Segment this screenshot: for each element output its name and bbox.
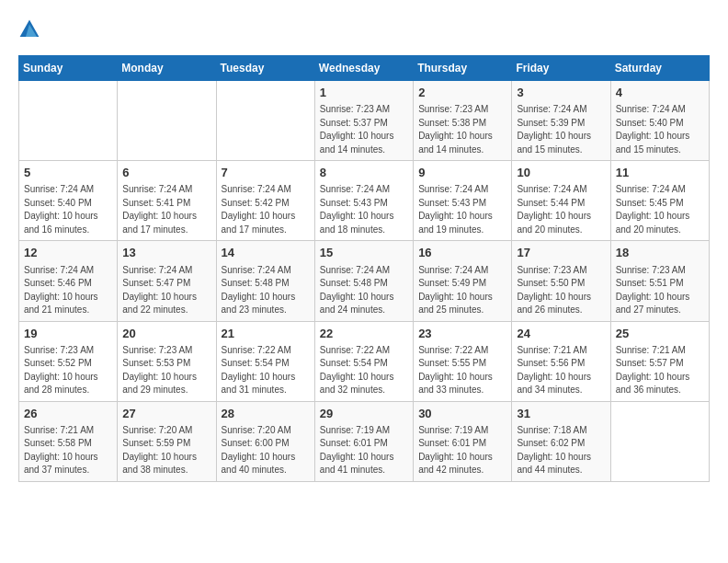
header-day-wednesday: Wednesday — [314, 56, 413, 81]
calendar-cell: 13Sunrise: 7:24 AM Sunset: 5:47 PM Dayli… — [118, 241, 216, 321]
calendar-cell: 29Sunrise: 7:19 AM Sunset: 6:01 PM Dayli… — [314, 401, 413, 481]
day-info: Sunrise: 7:23 AM Sunset: 5:38 PM Dayligh… — [418, 103, 506, 156]
day-number: 2 — [418, 85, 506, 101]
calendar-cell: 16Sunrise: 7:24 AM Sunset: 5:49 PM Dayli… — [414, 241, 512, 321]
calendar-cell: 31Sunrise: 7:18 AM Sunset: 6:02 PM Dayli… — [512, 401, 610, 481]
day-info: Sunrise: 7:21 AM Sunset: 5:56 PM Dayligh… — [517, 344, 605, 397]
day-info: Sunrise: 7:20 AM Sunset: 6:00 PM Dayligh… — [222, 424, 310, 477]
day-info: Sunrise: 7:24 AM Sunset: 5:44 PM Dayligh… — [517, 183, 605, 236]
day-number: 21 — [222, 326, 310, 342]
day-info: Sunrise: 7:22 AM Sunset: 5:55 PM Dayligh… — [418, 344, 506, 397]
header-day-tuesday: Tuesday — [216, 56, 314, 81]
calendar-cell: 12Sunrise: 7:24 AM Sunset: 5:46 PM Dayli… — [19, 241, 118, 321]
day-info: Sunrise: 7:24 AM Sunset: 5:45 PM Dayligh… — [616, 183, 704, 236]
day-info: Sunrise: 7:24 AM Sunset: 5:49 PM Dayligh… — [418, 264, 506, 317]
day-number: 6 — [122, 165, 210, 181]
calendar-cell: 8Sunrise: 7:24 AM Sunset: 5:43 PM Daylig… — [314, 161, 413, 241]
day-number: 29 — [320, 406, 408, 422]
day-info: Sunrise: 7:21 AM Sunset: 5:58 PM Dayligh… — [24, 424, 112, 477]
calendar-cell — [19, 81, 118, 161]
day-number: 16 — [418, 245, 506, 261]
week-row-1: 5Sunrise: 7:24 AM Sunset: 5:40 PM Daylig… — [19, 161, 710, 241]
days-header-row: SundayMondayTuesdayWednesdayThursdayFrid… — [19, 56, 710, 81]
day-number: 19 — [24, 326, 112, 342]
day-number: 25 — [616, 326, 704, 342]
week-row-3: 19Sunrise: 7:23 AM Sunset: 5:52 PM Dayli… — [19, 321, 710, 401]
day-number: 20 — [122, 326, 210, 342]
calendar-cell: 27Sunrise: 7:20 AM Sunset: 5:59 PM Dayli… — [118, 401, 216, 481]
calendar-cell: 1Sunrise: 7:23 AM Sunset: 5:37 PM Daylig… — [314, 81, 413, 161]
day-number: 22 — [320, 326, 408, 342]
calendar-cell: 18Sunrise: 7:23 AM Sunset: 5:51 PM Dayli… — [610, 241, 709, 321]
calendar-cell: 17Sunrise: 7:23 AM Sunset: 5:50 PM Dayli… — [512, 241, 610, 321]
day-info: Sunrise: 7:22 AM Sunset: 5:54 PM Dayligh… — [320, 344, 408, 397]
day-number: 30 — [418, 406, 506, 422]
day-info: Sunrise: 7:20 AM Sunset: 5:59 PM Dayligh… — [122, 424, 210, 477]
calendar-cell — [118, 81, 216, 161]
calendar-cell: 28Sunrise: 7:20 AM Sunset: 6:00 PM Dayli… — [216, 401, 314, 481]
calendar-cell — [216, 81, 314, 161]
day-info: Sunrise: 7:19 AM Sunset: 6:01 PM Dayligh… — [320, 424, 408, 477]
header-day-monday: Monday — [118, 56, 216, 81]
day-info: Sunrise: 7:24 AM Sunset: 5:46 PM Dayligh… — [24, 264, 112, 317]
calendar-cell: 10Sunrise: 7:24 AM Sunset: 5:44 PM Dayli… — [512, 161, 610, 241]
header-day-sunday: Sunday — [19, 56, 118, 81]
day-info: Sunrise: 7:23 AM Sunset: 5:52 PM Dayligh… — [24, 344, 112, 397]
week-row-4: 26Sunrise: 7:21 AM Sunset: 5:58 PM Dayli… — [19, 401, 710, 481]
day-info: Sunrise: 7:24 AM Sunset: 5:39 PM Dayligh… — [517, 103, 605, 156]
calendar-cell: 23Sunrise: 7:22 AM Sunset: 5:55 PM Dayli… — [414, 321, 512, 401]
day-number: 27 — [122, 406, 210, 422]
calendar-cell: 6Sunrise: 7:24 AM Sunset: 5:41 PM Daylig… — [118, 161, 216, 241]
day-info: Sunrise: 7:19 AM Sunset: 6:01 PM Dayligh… — [418, 424, 506, 477]
header-day-saturday: Saturday — [610, 56, 709, 81]
calendar-cell: 22Sunrise: 7:22 AM Sunset: 5:54 PM Dayli… — [314, 321, 413, 401]
day-info: Sunrise: 7:21 AM Sunset: 5:57 PM Dayligh… — [616, 344, 704, 397]
calendar-cell — [610, 401, 709, 481]
day-info: Sunrise: 7:24 AM Sunset: 5:43 PM Dayligh… — [320, 183, 408, 236]
day-number: 10 — [517, 165, 605, 181]
calendar-cell: 4Sunrise: 7:24 AM Sunset: 5:40 PM Daylig… — [610, 81, 709, 161]
week-row-0: 1Sunrise: 7:23 AM Sunset: 5:37 PM Daylig… — [19, 81, 710, 161]
header-day-thursday: Thursday — [414, 56, 512, 81]
calendar-table: SundayMondayTuesdayWednesdayThursdayFrid… — [18, 55, 710, 482]
day-number: 9 — [418, 165, 506, 181]
header — [18, 18, 710, 40]
calendar-cell: 11Sunrise: 7:24 AM Sunset: 5:45 PM Dayli… — [610, 161, 709, 241]
calendar-cell: 30Sunrise: 7:19 AM Sunset: 6:01 PM Dayli… — [414, 401, 512, 481]
day-info: Sunrise: 7:23 AM Sunset: 5:53 PM Dayligh… — [122, 344, 210, 397]
day-info: Sunrise: 7:23 AM Sunset: 5:50 PM Dayligh… — [517, 264, 605, 317]
day-number: 15 — [320, 245, 408, 261]
calendar-cell: 24Sunrise: 7:21 AM Sunset: 5:56 PM Dayli… — [512, 321, 610, 401]
calendar-cell: 9Sunrise: 7:24 AM Sunset: 5:43 PM Daylig… — [414, 161, 512, 241]
day-number: 11 — [616, 165, 704, 181]
calendar-cell: 19Sunrise: 7:23 AM Sunset: 5:52 PM Dayli… — [19, 321, 118, 401]
logo — [18, 18, 44, 40]
day-info: Sunrise: 7:23 AM Sunset: 5:37 PM Dayligh… — [320, 103, 408, 156]
day-info: Sunrise: 7:24 AM Sunset: 5:41 PM Dayligh… — [122, 183, 210, 236]
day-number: 8 — [320, 165, 408, 181]
day-info: Sunrise: 7:24 AM Sunset: 5:48 PM Dayligh… — [320, 264, 408, 317]
day-number: 5 — [24, 165, 112, 181]
day-number: 17 — [517, 245, 605, 261]
day-number: 31 — [517, 406, 605, 422]
day-number: 13 — [122, 245, 210, 261]
calendar-cell: 5Sunrise: 7:24 AM Sunset: 5:40 PM Daylig… — [19, 161, 118, 241]
day-info: Sunrise: 7:22 AM Sunset: 5:54 PM Dayligh… — [222, 344, 310, 397]
day-number: 12 — [24, 245, 112, 261]
day-info: Sunrise: 7:24 AM Sunset: 5:47 PM Dayligh… — [122, 264, 210, 317]
day-number: 1 — [320, 85, 408, 101]
logo-icon — [18, 18, 40, 40]
day-number: 4 — [616, 85, 704, 101]
day-number: 28 — [222, 406, 310, 422]
calendar-cell: 2Sunrise: 7:23 AM Sunset: 5:38 PM Daylig… — [414, 81, 512, 161]
day-info: Sunrise: 7:24 AM Sunset: 5:40 PM Dayligh… — [616, 103, 704, 156]
day-info: Sunrise: 7:24 AM Sunset: 5:42 PM Dayligh… — [222, 183, 310, 236]
day-info: Sunrise: 7:23 AM Sunset: 5:51 PM Dayligh… — [616, 264, 704, 317]
day-number: 26 — [24, 406, 112, 422]
calendar-cell: 20Sunrise: 7:23 AM Sunset: 5:53 PM Dayli… — [118, 321, 216, 401]
day-number: 7 — [222, 165, 310, 181]
day-number: 23 — [418, 326, 506, 342]
day-number: 18 — [616, 245, 704, 261]
day-number: 14 — [222, 245, 310, 261]
header-day-friday: Friday — [512, 56, 610, 81]
